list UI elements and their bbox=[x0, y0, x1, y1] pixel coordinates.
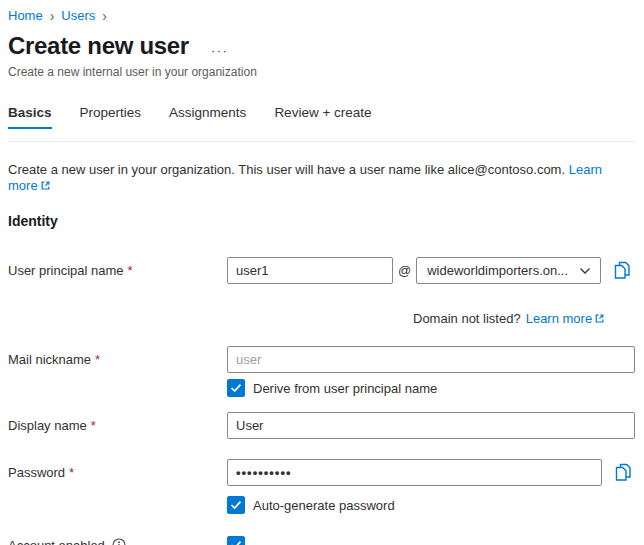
autogen-checkbox-row: Auto-generate password bbox=[8, 496, 635, 514]
at-symbol: @ bbox=[398, 263, 411, 278]
breadcrumb-users-link[interactable]: Users bbox=[61, 8, 95, 23]
upn-row: User principal name * @ wideworldimporte… bbox=[8, 257, 635, 284]
breadcrumb-separator-icon: › bbox=[50, 9, 55, 23]
password-row: Password * bbox=[8, 459, 635, 486]
account-enabled-label-text: Account enabled bbox=[8, 538, 105, 545]
checkmark-icon bbox=[230, 383, 242, 393]
derive-checkbox[interactable] bbox=[227, 379, 245, 397]
domain-hint-text: Domain not listed? bbox=[413, 311, 521, 326]
display-name-label: Display name * bbox=[8, 418, 227, 433]
account-enabled-label: Account enabled bbox=[8, 538, 227, 545]
tab-assignments[interactable]: Assignments bbox=[169, 105, 246, 129]
tab-basics[interactable]: Basics bbox=[8, 105, 52, 129]
intro-description: Create a new user in your organization. … bbox=[8, 162, 565, 177]
external-link-icon bbox=[594, 313, 605, 324]
copy-upn-button[interactable] bbox=[613, 260, 631, 281]
intro-text: Create a new user in your organization. … bbox=[8, 162, 635, 194]
required-asterisk: * bbox=[69, 465, 74, 480]
identity-section-title: Identity bbox=[8, 213, 635, 229]
page-subtitle: Create a new internal user in your organ… bbox=[8, 65, 635, 79]
required-asterisk: * bbox=[95, 352, 100, 367]
checkmark-icon bbox=[230, 540, 242, 545]
page-header: Create new user ··· bbox=[8, 32, 635, 60]
autogen-password-checkbox-label[interactable]: Auto-generate password bbox=[253, 498, 395, 513]
breadcrumb: Home › Users › bbox=[8, 8, 635, 23]
mail-nickname-field bbox=[227, 346, 635, 373]
page-title: Create new user bbox=[8, 32, 189, 60]
more-options-icon[interactable]: ··· bbox=[211, 44, 229, 57]
required-asterisk: * bbox=[91, 418, 96, 433]
copy-icon bbox=[614, 462, 632, 483]
account-enabled-checkbox[interactable] bbox=[227, 536, 245, 545]
checkmark-icon bbox=[230, 500, 242, 510]
upn-label: User principal name * bbox=[8, 263, 227, 278]
password-field bbox=[227, 459, 632, 486]
display-name-field bbox=[227, 412, 635, 439]
account-enabled-row: Account enabled bbox=[8, 536, 635, 545]
domain-selected-value: wideworldimporters.on... bbox=[427, 263, 568, 278]
password-input[interactable] bbox=[227, 459, 602, 486]
password-label: Password * bbox=[8, 465, 227, 480]
upn-input[interactable] bbox=[227, 257, 393, 284]
tab-bar: Basics Properties Assignments Review + c… bbox=[8, 105, 635, 129]
derive-checkbox-label[interactable]: Derive from user principal name bbox=[253, 381, 437, 396]
upn-label-text: User principal name bbox=[8, 263, 124, 278]
domain-learn-more-link[interactable]: Learn more bbox=[526, 311, 605, 326]
tab-properties[interactable]: Properties bbox=[80, 105, 142, 129]
upn-field: @ wideworldimporters.on... bbox=[227, 257, 631, 284]
display-name-input[interactable] bbox=[227, 412, 635, 439]
mail-nickname-label-text: Mail nickname bbox=[8, 352, 91, 367]
domain-dropdown[interactable]: wideworldimporters.on... bbox=[416, 257, 601, 284]
breadcrumb-separator-icon: › bbox=[102, 9, 107, 23]
create-new-user-page: Home › Users › Create new user ··· Creat… bbox=[0, 0, 644, 545]
external-link-icon bbox=[40, 180, 51, 191]
required-asterisk: * bbox=[128, 263, 133, 278]
mail-nickname-row: Mail nickname * bbox=[8, 346, 635, 373]
password-label-text: Password bbox=[8, 465, 65, 480]
learn-more-label: Learn more bbox=[526, 311, 592, 326]
info-icon[interactable] bbox=[112, 538, 126, 545]
copy-password-button[interactable] bbox=[614, 462, 632, 483]
mail-nickname-label: Mail nickname * bbox=[8, 352, 227, 367]
copy-icon bbox=[613, 260, 631, 281]
display-name-row: Display name * bbox=[8, 412, 635, 439]
derive-checkbox-row: Derive from user principal name bbox=[8, 379, 635, 397]
tab-bar-divider bbox=[8, 141, 635, 142]
autogen-password-checkbox[interactable] bbox=[227, 496, 245, 514]
domain-hint: Domain not listed? Learn more bbox=[413, 311, 605, 326]
domain-hint-row: Domain not listed? Learn more bbox=[8, 311, 635, 326]
breadcrumb-home-link[interactable]: Home bbox=[8, 8, 43, 23]
tab-review-create[interactable]: Review + create bbox=[274, 105, 371, 129]
mail-nickname-input bbox=[227, 346, 635, 373]
chevron-down-icon bbox=[579, 267, 591, 275]
identity-form: User principal name * @ wideworldimporte… bbox=[8, 257, 635, 545]
display-name-label-text: Display name bbox=[8, 418, 87, 433]
